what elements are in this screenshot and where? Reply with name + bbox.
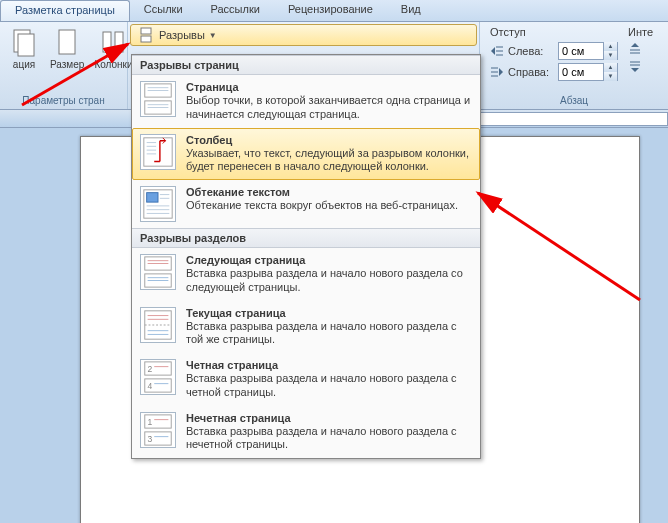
tab-links[interactable]: Ссылки [130,0,197,21]
menu-item-title: Обтекание текстом [186,186,472,198]
breaks-button[interactable]: Разрывы ▼ [130,24,477,46]
size-icon [51,26,83,58]
orientation-icon [8,26,40,58]
dropdown-section-page-breaks: Разрывы страниц [132,55,480,75]
svg-rect-2 [59,30,75,54]
menu-item-title: Нечетная страница [186,412,472,424]
menu-item-column-break[interactable]: Столбец Указывает, что текст, следующий … [132,128,480,181]
page-setup-group-label: Параметры стран [4,94,123,107]
menu-item-even-page[interactable]: 24 Четная страница Вставка разрыва разде… [132,353,480,406]
svg-rect-3 [103,32,111,52]
columns-label: Колонки [94,59,132,70]
tab-review[interactable]: Рецензирование [274,0,387,21]
spin-up[interactable]: ▲ [603,42,617,51]
indent-left-icon [490,44,504,58]
size-button[interactable]: Размер [46,24,88,72]
svg-text:3: 3 [148,434,153,444]
menu-item-title: Четная страница [186,359,472,371]
paragraph-group-label: Абзац [484,94,664,107]
menu-item-continuous[interactable]: Текущая страница Вставка разрыва раздела… [132,301,480,354]
menu-item-desc: Вставка разрыва раздела и начало нового … [186,320,472,348]
indent-right-icon [490,65,504,79]
tab-page-layout[interactable]: Разметка страницы [0,0,130,21]
tab-mailings[interactable]: Рассылки [197,0,274,21]
svg-rect-6 [141,36,151,42]
even-page-icon: 24 [140,359,176,395]
menu-item-title: Следующая страница [186,254,472,266]
svg-rect-4 [115,32,123,52]
indent-left-label: Слева: [508,45,554,57]
menu-item-desc: Выбор точки, в которой заканчивается одн… [186,94,472,122]
svg-rect-1 [18,34,34,56]
chevron-down-icon: ▼ [209,31,217,40]
spin-down[interactable]: ▼ [603,51,617,60]
size-label: Размер [50,59,84,70]
continuous-icon [140,307,176,343]
svg-rect-29 [147,193,158,202]
indent-right-input[interactable] [559,65,603,79]
breaks-label: Разрывы [159,29,205,41]
breaks-icon [139,27,155,43]
orientation-label: ация [13,59,35,70]
page-break-icon [140,81,176,117]
menu-item-next-page[interactable]: Следующая страница Вставка разрыва разде… [132,248,480,301]
next-page-icon [140,254,176,290]
indent-title: Отступ [490,26,618,38]
menu-item-title: Страница [186,81,472,93]
menu-item-desc: Вставка разрыва раздела и начало нового … [186,267,472,295]
menu-item-odd-page[interactable]: 13 Нечетная страница Вставка разрыва раз… [132,406,480,459]
column-break-icon [140,134,176,170]
svg-text:4: 4 [148,381,153,391]
odd-page-icon: 13 [140,412,176,448]
menu-item-desc: Указывает, что текст, следующий за разры… [186,147,472,175]
indent-left-input[interactable] [559,44,603,58]
menu-item-page-break[interactable]: Страница Выбор точки, в которой заканчив… [132,75,480,128]
dropdown-section-section-breaks: Разрывы разделов [132,228,480,248]
svg-text:1: 1 [148,417,153,427]
indent-right-label: Справа: [508,66,554,78]
menu-item-title: Столбец [186,134,472,146]
tab-view[interactable]: Вид [387,0,435,21]
spin-down[interactable]: ▼ [603,72,617,81]
breaks-dropdown: Разрывы страниц Страница Выбор точки, в … [131,54,481,459]
menu-item-title: Текущая страница [186,307,472,319]
spacing-after-icon [628,59,642,73]
ribbon-tabs: Разметка страницы Ссылки Рассылки Реценз… [0,0,668,22]
menu-item-desc: Вставка разрыва раздела и начало нового … [186,425,472,453]
indent-right-spinner[interactable]: ▲▼ [558,63,618,81]
svg-rect-5 [141,28,151,34]
columns-icon [97,26,129,58]
svg-text:2: 2 [148,364,153,374]
spacing-before-icon [628,42,642,56]
indent-left-spinner[interactable]: ▲▼ [558,42,618,60]
spacing-title: Инте [628,26,653,38]
orientation-button[interactable]: ация [4,24,44,72]
spin-up[interactable]: ▲ [603,63,617,72]
menu-item-desc: Обтекание текста вокруг объектов на веб-… [186,199,472,213]
text-wrapping-icon [140,186,176,222]
menu-item-text-wrapping[interactable]: Обтекание текстом Обтекание текста вокру… [132,180,480,228]
menu-item-desc: Вставка разрыва раздела и начало нового … [186,372,472,400]
